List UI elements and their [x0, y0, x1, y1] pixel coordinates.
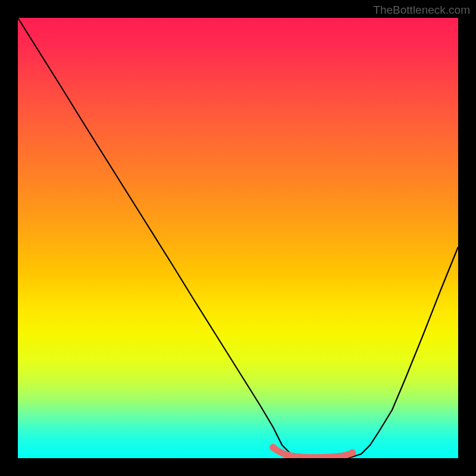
- plot-area: [18, 18, 458, 458]
- watermark-text: TheBottleneck.com: [373, 4, 470, 17]
- highlight-stroke: [273, 447, 352, 458]
- curve-line: [18, 18, 458, 458]
- chart-svg: [18, 18, 458, 458]
